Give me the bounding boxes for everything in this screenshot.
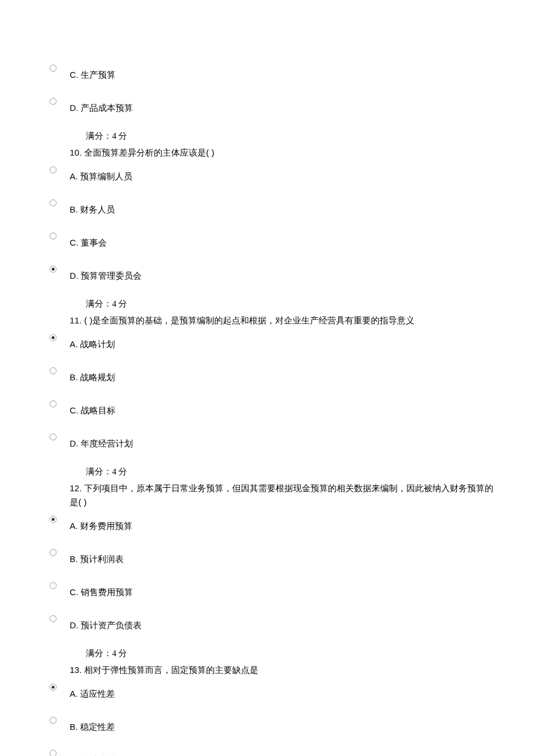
- radio-unselected-icon[interactable]: [49, 750, 57, 756]
- option-row: D. 预算管理委员会: [49, 265, 499, 282]
- radio-selected-icon[interactable]: [49, 265, 57, 273]
- option-body: 战略规划: [80, 372, 115, 382]
- option-body: 生产预算: [81, 70, 116, 80]
- question-text: 13. 相对于弹性预算而言，固定预算的主要缺点是: [70, 663, 499, 677]
- option-body: 预算编制人员: [80, 171, 132, 181]
- question-text: 10. 全面预算差异分析的主体应该是( ): [70, 146, 499, 160]
- option-text: A. 战略计划: [70, 333, 115, 350]
- svg-point-6: [50, 200, 56, 206]
- option-letter: B.: [70, 722, 78, 732]
- question-number: 10.: [70, 147, 82, 157]
- radio-unselected-icon[interactable]: [49, 615, 57, 622]
- radio-selected-icon[interactable]: [49, 334, 57, 341]
- option-body: 适应性差: [80, 689, 115, 699]
- question-body: 下列项目中，原本属于日常业务预算，但因其需要根据现金预算的相关数据来编制，因此被…: [70, 483, 493, 507]
- radio-unselected-icon[interactable]: [49, 199, 57, 207]
- option-row: A. 预算编制人员: [49, 165, 499, 182]
- option-row: D. 产品成本预算: [49, 97, 499, 114]
- option-text: A. 预算编制人员: [70, 165, 132, 182]
- radio-unselected-icon[interactable]: [49, 232, 57, 240]
- option-text: B. 财务人员: [70, 199, 115, 215]
- option-body: 财务费用预算: [80, 521, 132, 531]
- question-text: 12. 下列项目中，原本属于日常业务预算，但因其需要根据现金预算的相关数据来编制…: [70, 481, 499, 509]
- option-row: B. 预计利润表: [49, 548, 499, 565]
- option-text: C. 战略目标: [70, 399, 116, 416]
- option-text: D. 产品成本预算: [70, 97, 133, 114]
- question-text: 11. ( )是全面预算的基础，是预算编制的起点和根据，对企业生产经营具有重要的…: [70, 314, 499, 327]
- question-number: 12.: [70, 483, 82, 493]
- option-text: C. 生产预算: [70, 64, 116, 81]
- option-row: D. 年度经营计划: [49, 433, 499, 449]
- option-letter: C.: [70, 70, 78, 80]
- option-text: C. 董事会: [70, 232, 107, 249]
- option-letter: D.: [70, 620, 78, 630]
- radio-unselected-icon[interactable]: [49, 98, 57, 105]
- option-text: B. 预计利润表: [70, 548, 124, 565]
- question-body: 相对于弹性预算而言，固定预算的主要缺点是: [84, 665, 258, 675]
- question-block: 满分：4 分11. ( )是全面预算的基础，是预算编制的起点和根据，对企业生产经…: [70, 298, 499, 327]
- option-row: A. 适应性差: [49, 683, 499, 700]
- question-block: 满分：4 分13. 相对于弹性预算而言，固定预算的主要缺点是: [70, 647, 499, 677]
- option-letter: C.: [70, 587, 78, 597]
- score-line: 满分：4 分: [86, 298, 499, 310]
- radio-unselected-icon[interactable]: [49, 166, 57, 174]
- option-letter: A.: [70, 339, 78, 349]
- question-block: 满分：4 分12. 下列项目中，原本属于日常业务预算，但因其需要根据现金预算的相…: [70, 466, 499, 509]
- option-text: A. 适应性差: [70, 683, 115, 700]
- svg-point-33: [52, 686, 55, 689]
- option-row: B. 财务人员: [49, 199, 499, 215]
- option-letter: D.: [70, 438, 78, 448]
- option-row: A. 战略计划: [49, 333, 499, 350]
- svg-point-0: [50, 65, 56, 71]
- question-number: 11.: [70, 315, 82, 325]
- radio-unselected-icon[interactable]: [49, 433, 57, 441]
- svg-point-2: [50, 98, 56, 105]
- option-row: C. 生产预算: [49, 64, 499, 81]
- radio-selected-icon[interactable]: [49, 683, 57, 691]
- option-text: B. 战略规划: [70, 366, 115, 383]
- option-letter: D.: [70, 103, 78, 113]
- svg-point-8: [50, 233, 56, 239]
- radio-unselected-icon[interactable]: [49, 549, 57, 556]
- option-letter: A.: [70, 689, 78, 699]
- option-letter: A.: [70, 171, 78, 181]
- svg-point-16: [50, 368, 56, 374]
- option-text: D. 年度经营计划: [70, 433, 133, 449]
- svg-point-24: [52, 518, 55, 521]
- score-line: 满分：4 分: [86, 130, 499, 142]
- radio-unselected-icon[interactable]: [49, 400, 57, 408]
- option-row: C. 战略目标: [49, 399, 499, 416]
- option-letter: B.: [70, 554, 78, 564]
- option-row: A. 财务费用预算: [49, 515, 499, 532]
- svg-point-18: [50, 401, 56, 407]
- option-body: 销售费用预算: [81, 587, 133, 597]
- option-letter: D.: [70, 271, 78, 280]
- svg-point-12: [52, 268, 55, 271]
- score-line: 满分：4 分: [86, 647, 499, 660]
- radio-unselected-icon[interactable]: [49, 367, 57, 375]
- question-body: ( )是全面预算的基础，是预算编制的起点和根据，对企业生产经营具有重要的指导意义: [84, 315, 414, 325]
- radio-unselected-icon[interactable]: [49, 582, 57, 589]
- option-body: 稳定性差: [80, 722, 115, 732]
- option-letter: B.: [70, 204, 78, 214]
- option-letter: B.: [70, 372, 78, 382]
- radio-selected-icon[interactable]: [49, 516, 57, 523]
- option-letter: C.: [70, 237, 78, 247]
- question-body: 全面预算差异分析的主体应该是( ): [84, 147, 214, 157]
- option-body: 产品成本预算: [81, 103, 133, 113]
- option-body: 年度经营计划: [81, 438, 133, 448]
- option-letter: A.: [70, 521, 78, 531]
- radio-unselected-icon[interactable]: [49, 717, 57, 724]
- question-block: 满分：4 分10. 全面预算差异分析的主体应该是( ): [70, 130, 499, 160]
- option-body: 预算管理委员会: [81, 271, 142, 280]
- option-row: C. 连续性差: [49, 749, 499, 756]
- option-row: B. 战略规划: [49, 366, 499, 383]
- option-letter: C.: [70, 405, 78, 415]
- svg-point-27: [50, 582, 56, 589]
- option-text: C. 销售费用预算: [70, 581, 133, 598]
- svg-point-34: [50, 717, 56, 723]
- svg-point-25: [50, 549, 56, 556]
- option-body: 财务人员: [80, 204, 115, 214]
- svg-point-15: [52, 336, 55, 339]
- radio-unselected-icon[interactable]: [49, 64, 57, 72]
